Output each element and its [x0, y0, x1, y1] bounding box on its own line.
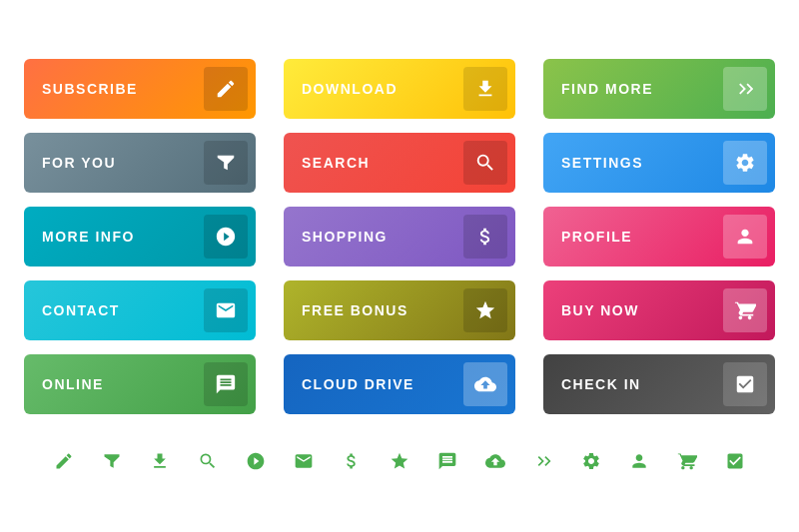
- subscribe-button[interactable]: SUBSCRIBE: [24, 59, 256, 119]
- checkin-button[interactable]: CHECK IN: [543, 354, 775, 414]
- chevrons-icon-small: [530, 448, 556, 474]
- contact-button[interactable]: CONTACT: [24, 280, 256, 340]
- findmore-icon-box: [723, 67, 767, 111]
- online-icon-box: [204, 362, 248, 406]
- foryou-button[interactable]: FOR YOU: [24, 133, 256, 193]
- download-icon-box: [463, 67, 507, 111]
- moreinfo-label: MORE INFO: [42, 229, 135, 245]
- buynow-button[interactable]: BUY NOW: [543, 280, 775, 340]
- gear-icon-small: [578, 448, 604, 474]
- profile-button[interactable]: PROFILE: [543, 207, 775, 266]
- circle-arrow-icon: [215, 226, 237, 248]
- search-icon-small: [195, 448, 221, 474]
- subscribe-label: SUBSCRIBE: [42, 81, 138, 97]
- online-button[interactable]: ONLINE: [24, 354, 256, 414]
- download-icon: [474, 78, 496, 100]
- envelope-icon-small: [291, 448, 317, 474]
- checkin-label: CHECK IN: [561, 376, 641, 392]
- shopping-button[interactable]: SHOPPING: [284, 207, 515, 266]
- user-icon-small: [626, 448, 652, 474]
- online-label: ONLINE: [42, 376, 104, 392]
- checkbox-icon-small: [722, 448, 748, 474]
- contact-icon-box: [204, 288, 248, 332]
- settings-label: SETTINGS: [561, 155, 643, 171]
- circle-arrow-icon-small: [243, 448, 269, 474]
- freebonus-button[interactable]: FREE BONUS: [284, 280, 515, 340]
- freebonus-icon-box: [463, 288, 507, 332]
- icons-row: [51, 448, 748, 474]
- freebonus-label: FREE BONUS: [302, 302, 408, 318]
- foryou-label: FOR YOU: [42, 155, 116, 171]
- checkbox-icon: [734, 373, 756, 395]
- moreinfo-button[interactable]: MORE INFO: [24, 207, 256, 266]
- moreinfo-icon-box: [204, 215, 248, 259]
- clouddrive-icon-box: [463, 362, 507, 406]
- shopping-icon-box: [463, 215, 507, 259]
- search-label: SEARCH: [302, 155, 370, 171]
- checkin-icon-box: [723, 362, 767, 406]
- foryou-icon-box: [204, 141, 248, 185]
- profile-icon-box: [723, 215, 767, 259]
- filter-icon-small: [99, 448, 125, 474]
- profile-label: PROFILE: [561, 229, 632, 245]
- user-icon: [734, 226, 756, 248]
- chevrons-icon: [734, 78, 756, 100]
- cart-icon-small: [674, 448, 700, 474]
- cloud-upload-icon: [474, 373, 496, 395]
- shopping-label: SHOPPING: [302, 229, 388, 245]
- chat-icon-small: [434, 448, 460, 474]
- search-icon: [474, 152, 496, 174]
- dollar-icon: [474, 226, 496, 248]
- chat-icon: [215, 373, 237, 395]
- findmore-label: FIND MORE: [561, 81, 653, 97]
- cloud-upload-icon-small: [482, 448, 508, 474]
- subscribe-icon-box: [204, 67, 248, 111]
- buynow-icon-box: [723, 288, 767, 332]
- search-button[interactable]: SEARCH: [284, 133, 515, 193]
- findmore-button[interactable]: FIND MORE: [543, 59, 775, 119]
- clouddrive-button[interactable]: CLOUD DRIVE: [284, 354, 515, 414]
- star-icon: [474, 299, 496, 321]
- cart-icon: [734, 299, 756, 321]
- download-icon-small: [147, 448, 173, 474]
- download-label: DOWNLOAD: [302, 81, 398, 97]
- gear-icon: [734, 152, 756, 174]
- filter-icon: [215, 152, 237, 174]
- buttons-grid: SUBSCRIBE DOWNLOAD FIND MORE FOR YOU SEA…: [24, 59, 775, 414]
- pencil-icon-small: [51, 448, 77, 474]
- search-icon-box: [463, 141, 507, 185]
- envelope-icon: [215, 299, 237, 321]
- pencil-icon: [215, 78, 237, 100]
- settings-button[interactable]: SETTINGS: [543, 133, 775, 193]
- dollar-icon-small: [339, 448, 365, 474]
- settings-icon-box: [723, 141, 767, 185]
- download-button[interactable]: DOWNLOAD: [284, 59, 515, 119]
- buynow-label: BUY NOW: [561, 302, 639, 318]
- clouddrive-label: CLOUD DRIVE: [302, 376, 414, 392]
- contact-label: CONTACT: [42, 302, 120, 318]
- star-icon-small: [387, 448, 412, 474]
